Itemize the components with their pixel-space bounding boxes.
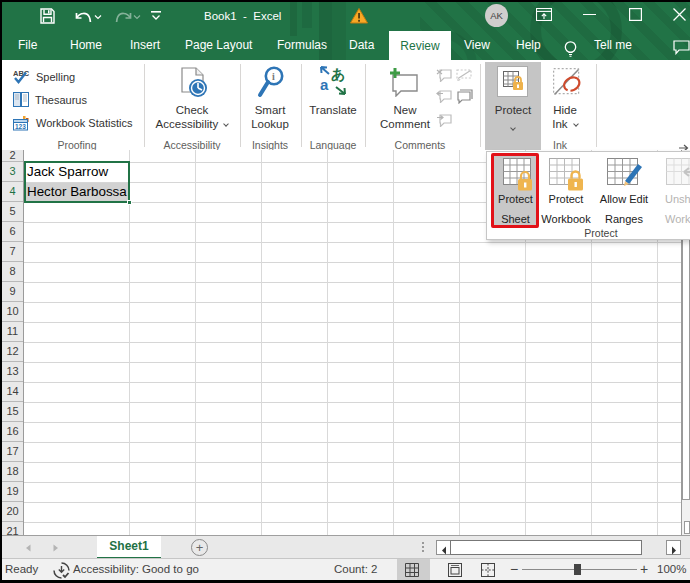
svg-text:123: 123 [15,123,26,130]
svg-text:i: i [272,71,275,82]
svg-text:a: a [320,76,329,93]
svg-text:あ: あ [331,66,345,83]
